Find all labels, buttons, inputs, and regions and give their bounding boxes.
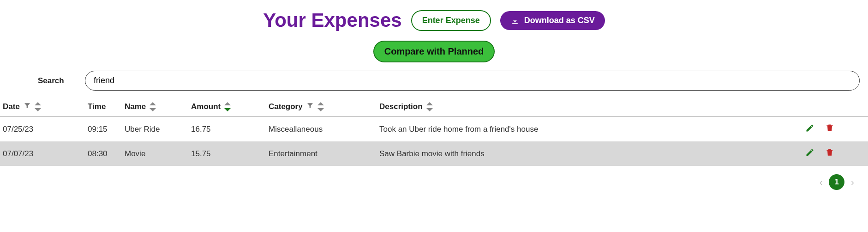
pagination: ‹ 1 ›	[0, 166, 868, 194]
sort-toggle-category[interactable]	[317, 102, 324, 111]
sort-desc-icon	[317, 108, 324, 111]
compare-planned-button[interactable]: Compare with Planned	[373, 41, 495, 62]
sort-asc-icon	[426, 102, 433, 105]
sort-asc-icon	[224, 102, 231, 105]
sort-asc-icon	[150, 102, 156, 105]
table-row: 07/07/23 08:30 Movie 15.75 Entertainment…	[0, 141, 868, 166]
edit-button[interactable]	[805, 148, 814, 157]
next-page-button[interactable]: ›	[851, 177, 854, 188]
cell-date: 07/25/23	[0, 116, 85, 141]
col-header-category: Category	[269, 102, 303, 111]
delete-button[interactable]	[825, 148, 834, 157]
cell-category: Misceallaneous	[266, 116, 377, 141]
pencil-icon	[805, 148, 814, 157]
cell-category: Entertainment	[266, 141, 377, 166]
download-csv-label: Download as CSV	[524, 16, 595, 25]
trash-icon	[825, 148, 834, 157]
delete-button[interactable]	[825, 123, 834, 133]
sort-asc-icon	[317, 102, 324, 105]
enter-expense-label: Enter Expense	[422, 16, 480, 25]
sort-toggle-description[interactable]	[426, 102, 433, 111]
filter-icon[interactable]	[24, 102, 31, 111]
cell-name: Movie	[122, 141, 188, 166]
col-header-name: Name	[125, 102, 146, 111]
cell-date: 07/07/23	[0, 141, 85, 166]
col-header-description: Description	[379, 102, 423, 111]
sort-desc-icon	[35, 108, 41, 111]
sort-toggle-amount[interactable]	[224, 102, 231, 111]
prev-page-button[interactable]: ‹	[820, 177, 823, 188]
filter-icon[interactable]	[306, 102, 314, 111]
cell-amount: 16.75	[188, 116, 266, 141]
sort-toggle-name[interactable]	[150, 102, 156, 111]
page-number-current[interactable]: 1	[829, 174, 844, 190]
search-label: Search	[4, 76, 85, 85]
cell-name: Uber Ride	[122, 116, 188, 141]
cell-time: 08:30	[85, 141, 122, 166]
download-icon	[510, 16, 520, 25]
trash-icon	[825, 123, 834, 133]
cell-amount: 15.75	[188, 141, 266, 166]
table-row: 07/25/23 09:15 Uber Ride 16.75 Miscealla…	[0, 116, 868, 141]
sort-desc-icon	[150, 108, 156, 111]
page-title: Your Expenses	[263, 9, 401, 31]
edit-button[interactable]	[805, 123, 814, 133]
sort-toggle-date[interactable]	[35, 102, 41, 111]
cell-description: Took an Uber ride home from a friend's h…	[377, 116, 794, 141]
col-header-time: Time	[88, 102, 106, 111]
cell-time: 09:15	[85, 116, 122, 141]
cell-description: Saw Barbie movie with friends	[377, 141, 794, 166]
sort-desc-icon	[426, 108, 433, 111]
pencil-icon	[805, 123, 814, 133]
expenses-table: Date Time Name	[0, 97, 868, 166]
col-header-amount: Amount	[191, 102, 221, 111]
col-header-date: Date	[3, 102, 20, 111]
download-csv-button[interactable]: Download as CSV	[500, 11, 605, 30]
sort-desc-icon	[224, 108, 231, 111]
compare-planned-label: Compare with Planned	[384, 46, 484, 57]
sort-asc-icon	[35, 102, 41, 105]
search-input[interactable]	[85, 71, 860, 91]
enter-expense-button[interactable]: Enter Expense	[411, 10, 491, 31]
